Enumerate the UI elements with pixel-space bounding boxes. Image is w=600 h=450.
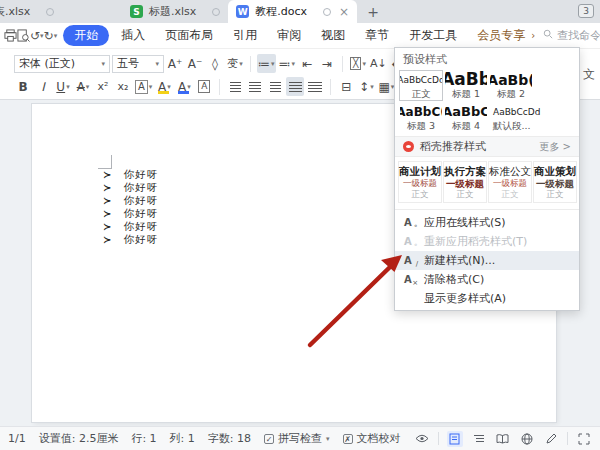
align-right-icon[interactable] xyxy=(266,77,284,96)
menu-show-more-styles[interactable]: 显示更多样式(A) xyxy=(395,289,579,308)
numbered-list-button[interactable]: ≕▾ xyxy=(278,54,297,73)
file-tab-title-xlsx[interactable]: S 标题.xlsx xyxy=(122,0,228,23)
menu-clear-format[interactable]: A× 清除格式(C) xyxy=(395,270,579,289)
tab-review[interactable]: 审阅 xyxy=(269,25,309,46)
list-item[interactable]: ≻你好呀 xyxy=(103,168,158,181)
template-card-business-strategy[interactable]: 商业策划 一级标题 正文 xyxy=(533,161,577,203)
tab-section[interactable]: 章节 xyxy=(357,25,397,46)
clear-format-icon[interactable]: ◊ xyxy=(206,54,224,73)
member-more-icon[interactable]: › xyxy=(531,30,535,41)
close-tab-icon[interactable]: × xyxy=(339,5,349,19)
template-card-execution-plan[interactable]: 执行方案 一级标题 正文 xyxy=(443,161,487,203)
superscript-button[interactable]: x² xyxy=(94,77,112,96)
list-item[interactable]: ≻你好呀 xyxy=(103,207,158,220)
font-name-select[interactable]: 宋体 (正文) ▾ xyxy=(14,55,110,73)
underline-button[interactable]: U▾ xyxy=(54,77,72,96)
list-item-text: 你好呀 xyxy=(123,220,158,234)
style-default-paragraph[interactable]: AaBbCcDd 默认段... xyxy=(489,102,547,133)
page-indicator[interactable]: 1/1 xyxy=(8,432,26,445)
text-effects-glyph: A xyxy=(135,80,148,94)
font-size-value: 五号 xyxy=(117,56,139,71)
font-size-select[interactable]: 五号 ▾ xyxy=(112,55,164,73)
divider xyxy=(250,56,251,72)
menu-new-style[interactable]: A/ 新建样式(N)... xyxy=(395,251,579,270)
tab-references[interactable]: 引用 xyxy=(225,25,265,46)
tab-insert[interactable]: 插入 xyxy=(113,25,153,46)
menu-reapply-docer-style[interactable]: A∘ 重新应用稻壳样式(T) xyxy=(395,232,579,251)
highlight-color-button[interactable]: A▾ xyxy=(155,77,173,96)
paragraph-layout-icon[interactable]: ⊟ xyxy=(337,77,355,96)
italic-button[interactable]: I xyxy=(34,77,52,96)
increase-indent-icon[interactable]: ⇥ xyxy=(318,54,336,73)
character-shading-icon[interactable]: A xyxy=(195,77,213,96)
tab-pin-icon[interactable] xyxy=(323,8,331,16)
docer-more-link[interactable]: 更多 > xyxy=(539,140,571,154)
align-center-icon[interactable] xyxy=(246,77,264,96)
ink-pen-icon[interactable] xyxy=(543,431,559,447)
asian-layout-icon[interactable]: ╳▾ xyxy=(349,54,367,73)
file-tab-tutorial-docx[interactable]: W 教程.docx × xyxy=(228,0,357,23)
bullet-list-button[interactable]: ≔▾ xyxy=(257,54,276,73)
distribute-icon[interactable] xyxy=(306,77,324,96)
style-preview: AaBbCcDd xyxy=(399,73,443,88)
new-tab-button[interactable]: + xyxy=(357,0,389,23)
text-effects-icon[interactable]: A▾ xyxy=(134,77,153,96)
line-spacing-icon[interactable]: ↕▾ xyxy=(357,77,375,96)
document-proofing-button[interactable]: ✗ 文档校对 xyxy=(343,431,401,446)
file-tab-sales[interactable]: 销售表.xlsx xyxy=(0,0,122,23)
web-layout-icon[interactable] xyxy=(519,431,535,447)
menu-apply-online-style[interactable]: A∘ 应用在线样式(S) xyxy=(395,213,579,232)
asian-layout-glyph: ╳ xyxy=(350,57,361,70)
list-item[interactable]: ≻你好呀 xyxy=(103,220,158,233)
strikethrough-button[interactable]: A▾ xyxy=(74,77,92,96)
template-card-business-plan[interactable]: 商业计划 一级标题 正文 xyxy=(398,161,442,203)
tab-developer[interactable]: 开发工具 xyxy=(401,25,465,46)
list-item[interactable]: ≻你好呀 xyxy=(103,194,158,207)
window-list-badge[interactable]: 3 xyxy=(578,4,594,18)
tab-view[interactable]: 视图 xyxy=(313,25,353,46)
align-left-icon[interactable] xyxy=(226,77,244,96)
card-title: 标准公文 xyxy=(489,165,531,178)
fit-page-icon[interactable] xyxy=(576,431,592,447)
decrease-indent-icon[interactable]: ⇤ xyxy=(298,54,316,73)
font-color-button[interactable]: A▾ xyxy=(175,77,193,96)
page-view-icon[interactable] xyxy=(447,431,463,447)
undo-icon[interactable]: ↺ xyxy=(30,27,40,45)
tab-home[interactable]: 开始 xyxy=(63,25,109,46)
list-item[interactable]: ≻你好呀 xyxy=(103,181,158,194)
line-spacing-glyph: ↕ xyxy=(359,80,369,94)
command-search[interactable]: 查找命令、搜索模板 xyxy=(543,28,600,43)
shrink-font-button[interactable]: A⁻ xyxy=(186,54,204,73)
outline-view-icon[interactable] xyxy=(471,431,487,447)
tab-member-exclusive[interactable]: 会员专享 xyxy=(469,25,527,46)
file-tab-label: 标题.xlsx xyxy=(149,4,196,19)
style-heading-1[interactable]: AaBb 标题 1 xyxy=(444,70,488,101)
print-icon[interactable] xyxy=(4,27,17,45)
text-transform-glyph: 变 xyxy=(227,56,238,71)
style-heading-2[interactable]: AaBb( 标题 2 xyxy=(489,70,533,101)
style-normal[interactable]: AaBbCcDd 正文 xyxy=(399,70,443,101)
text-transform-icon[interactable]: 变▾ xyxy=(226,54,244,73)
list-item[interactable]: ≻你好呀 xyxy=(103,233,158,246)
margin-setting-value[interactable]: 设置值: 2.5厘米 xyxy=(39,431,119,446)
subscript-button[interactable]: x₂ xyxy=(114,77,132,96)
eye-protection-icon[interactable] xyxy=(414,431,430,447)
shading-icon[interactable]: ▦▾ xyxy=(377,77,395,96)
grow-font-button[interactable]: A⁺ xyxy=(166,54,184,73)
read-mode-icon[interactable] xyxy=(495,431,511,447)
tab-pin-icon[interactable] xyxy=(46,8,54,16)
style-heading-4[interactable]: AaBbC 标题 4 xyxy=(444,102,488,133)
bold-button[interactable]: B xyxy=(14,77,32,96)
template-card-official-document[interactable]: 标准公文 一级标题 正文 xyxy=(488,161,532,203)
redo-icon[interactable]: ↻ xyxy=(44,27,54,45)
sort-icon[interactable]: A↓ xyxy=(369,54,388,73)
style-heading-3[interactable]: AaBbC( 标题 3 xyxy=(399,102,443,133)
print-preview-icon[interactable] xyxy=(17,27,30,45)
menu-item-label: 应用在线样式(S) xyxy=(424,215,506,230)
toolbar-customize-caret-icon[interactable]: ▾ xyxy=(54,32,58,40)
tab-pin-icon[interactable] xyxy=(212,8,220,16)
justify-icon[interactable] xyxy=(286,77,304,96)
tab-page-layout[interactable]: 页面布局 xyxy=(157,25,221,46)
spell-check-toggle[interactable]: ✓ 拼写检查 ▾ xyxy=(264,431,330,446)
word-count[interactable]: 字数: 18 xyxy=(208,431,251,446)
